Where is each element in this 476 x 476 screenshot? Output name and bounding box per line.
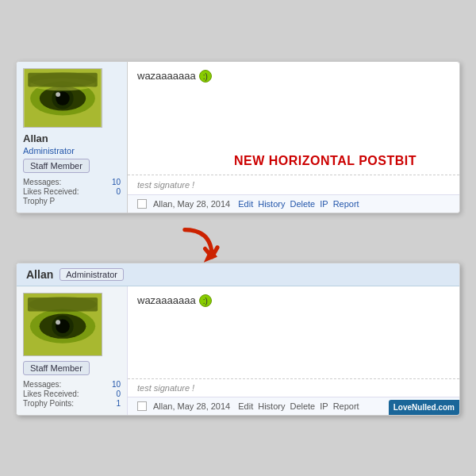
delete-link-new[interactable]: Delete	[290, 401, 315, 411]
messages-meta-new: Messages: 10	[23, 380, 121, 389]
staff-badge: Staff Member	[23, 159, 90, 173]
emoji-smiley: :)	[199, 70, 212, 83]
post-date-new: Allan, May 28, 2014	[153, 401, 230, 411]
svg-point-8	[29, 71, 97, 86]
post-content-area: wazaaaaaaa:) NEW HORIZONTAL POSTBIT test…	[128, 62, 459, 213]
bottom-post-card: Allan Administrator	[16, 263, 460, 416]
post-new-header: Allan Administrator	[17, 263, 459, 286]
post-new-body: Staff Member Messages: 10 Likes Received…	[17, 286, 459, 415]
post-new-role-badge: Administrator	[60, 268, 124, 281]
watermark: LoveNulled.com	[389, 400, 459, 415]
edit-link[interactable]: Edit	[238, 199, 253, 209]
post-new-signature: test signature !	[128, 378, 459, 397]
post-message: wazaaaaaaa:)	[128, 62, 459, 151]
messages-meta: Messages: 10	[23, 178, 121, 186]
select-checkbox[interactable]	[137, 199, 147, 209]
trophy-meta: Trophy P	[23, 197, 121, 205]
svg-point-17	[29, 296, 97, 312]
delete-link[interactable]: Delete	[290, 199, 315, 209]
post-new-message: wazaaaaaaa:)	[128, 286, 459, 378]
likes-meta: Likes Received: 0	[23, 187, 121, 196]
post-top-layout: Allan Administrator Staff Member Message…	[17, 62, 459, 213]
post-new-content: wazaaaaaaa:) test signature ! Allan, May…	[128, 286, 459, 415]
new-postbit-label: NEW HORIZONTAL POSTBIT	[191, 154, 459, 168]
post-new-sidebar: Staff Member Messages: 10 Likes Received…	[17, 286, 128, 415]
staff-badge-new: Staff Member	[23, 361, 90, 375]
likes-meta-new: Likes Received: 0	[23, 390, 121, 398]
svg-point-5	[56, 92, 60, 97]
history-link[interactable]: History	[258, 199, 285, 209]
page-wrapper: Allan Administrator Staff Member Message…	[8, 53, 468, 424]
post-role: Administrator	[23, 146, 75, 155]
top-post-card: Allan Administrator Staff Member Message…	[16, 61, 460, 213]
post-signature: test signature !	[128, 175, 459, 194]
post-footer: Allan, May 28, 2014 Edit History Delete …	[128, 194, 459, 213]
edit-link-new[interactable]: Edit	[238, 401, 253, 411]
post-username: Allan	[23, 132, 48, 144]
svg-point-15	[56, 320, 60, 324]
report-link[interactable]: Report	[333, 199, 359, 209]
select-checkbox-new[interactable]	[137, 401, 147, 411]
avatar-new	[23, 293, 102, 356]
post-date: Allan, May 28, 2014	[153, 199, 230, 209]
post-sidebar: Allan Administrator Staff Member Message…	[17, 62, 128, 213]
ip-link-new[interactable]: IP	[320, 401, 328, 411]
trophy-meta-new: Trophy Points: 1	[23, 399, 121, 408]
report-link-new[interactable]: Report	[333, 401, 359, 411]
avatar	[23, 68, 102, 128]
history-link-new[interactable]: History	[258, 401, 285, 411]
ip-link[interactable]: IP	[320, 199, 328, 209]
emoji-smiley-new: :)	[199, 294, 212, 307]
post-new-username: Allan	[26, 268, 53, 281]
